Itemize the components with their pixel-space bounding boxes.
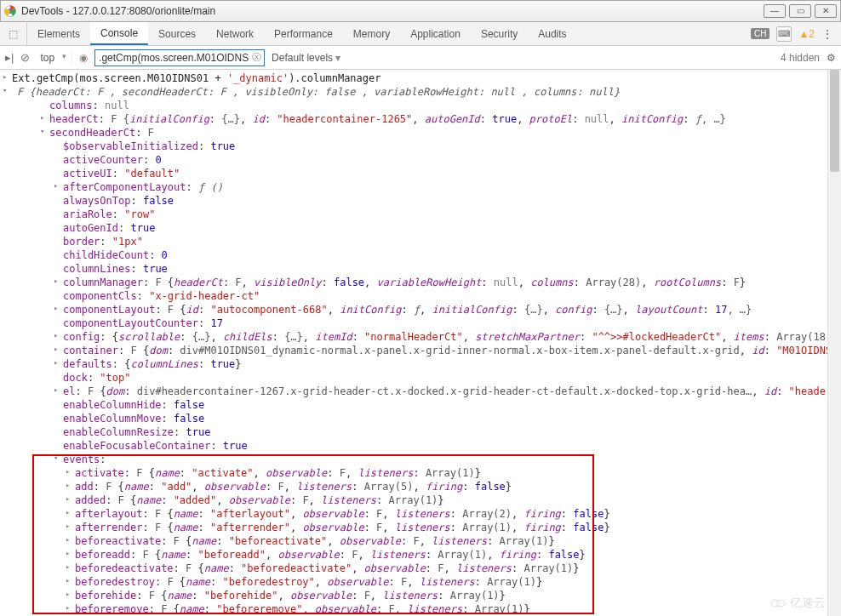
prop-columnlines[interactable]: columnLines: true [0, 262, 841, 276]
prop-el[interactable]: el: F {dom: div#headercontainer-1267.x-g… [0, 385, 841, 398]
tab-console[interactable]: Console [90, 22, 148, 45]
prop-secondheaderct[interactable]: secondHeaderCt: F [0, 126, 841, 140]
prop-container[interactable]: container: F {dom: div#M01OIDNS01_dynami… [0, 344, 841, 357]
scrollbar[interactable] [827, 70, 841, 616]
prop-activecounter[interactable]: activeCounter: 0 [0, 153, 841, 167]
prop-enablecolumnmove[interactable]: enableColumnMove: false [0, 412, 841, 425]
tab-network[interactable]: Network [206, 22, 264, 45]
event-afterrender[interactable]: afterrender: F {name: "afterrender", obs… [0, 521, 841, 534]
prop-componentcls[interactable]: componentCls: "x-grid-header-ct" [0, 289, 841, 303]
console-settings-icon[interactable]: ⚙ [827, 52, 836, 64]
tab-security[interactable]: Security [471, 22, 528, 45]
close-button[interactable]: ✕ [815, 4, 837, 18]
warning-count: 2 [809, 28, 815, 40]
prop-aftercomponentlayout[interactable]: afterComponentLayout: ƒ () [0, 180, 841, 194]
maximize-button[interactable]: ▭ [789, 4, 811, 18]
tab-application[interactable]: Application [400, 22, 471, 45]
event-beforeremove[interactable]: beforeremove: F {name: "beforeremove", o… [0, 602, 841, 614]
live-expression-icon[interactable]: ◉ [79, 52, 88, 64]
prop-componentlayoutcounter[interactable]: componentLayoutCounter: 17 [0, 317, 841, 330]
prop-border[interactable]: border: "1px" [0, 235, 841, 248]
event-beforeactivate[interactable]: beforeactivate: F {name: "beforeactivate… [0, 534, 841, 548]
event-added[interactable]: added: F {name: "added", observable: F, … [0, 493, 841, 507]
prop-ariarole[interactable]: ariaRole: "row" [0, 208, 841, 221]
prop-events[interactable]: events: [0, 453, 841, 466]
prop-enablefocusablecontainer[interactable]: enableFocusableContainer: true [0, 439, 841, 453]
prop-defaults[interactable]: defaults: {columnLines: true} [0, 357, 841, 371]
console-filterbar: ▸| ⊘ top ◉ ⓧ Default levels 4 hidden ⚙ [0, 46, 841, 70]
tab-elements[interactable]: Elements [27, 22, 90, 45]
clear-console-icon[interactable]: ⊘ [20, 51, 30, 64]
event-add[interactable]: add: F {name: "add", observable: F, list… [0, 480, 841, 493]
tab-audits[interactable]: Audits [528, 22, 576, 45]
event-beforedestroy[interactable]: beforedestroy: F {name: "beforedestroy",… [0, 575, 841, 589]
window-title: DevTools - 127.0.0.127:8080/orionlite/ma… [21, 5, 215, 17]
event-activate[interactable]: activate: F {name: "activate", observabl… [0, 466, 841, 480]
prop-config[interactable]: config: {scrollable: {…}, childEls: {…},… [0, 330, 841, 344]
console-command[interactable]: Ext.getCmp(mos.screen.M01OIDNS01 + '_dyn… [0, 71, 841, 85]
prop-observableinit[interactable]: $observableInitialized: true [0, 140, 841, 153]
inspect-element-icon[interactable]: ⬚ [0, 22, 27, 45]
prop-dock[interactable]: dock: "top" [0, 371, 841, 385]
clear-filter-icon[interactable]: ⓧ [252, 51, 261, 64]
event-beforedeactivate[interactable]: beforedeactivate: F {name: "beforedeacti… [0, 562, 841, 575]
device-toggle-icon[interactable]: ⌨ [776, 26, 792, 42]
log-levels-selector[interactable]: Default levels [272, 52, 340, 64]
sidebar-toggle-icon[interactable]: ▸| [5, 51, 14, 64]
window-controls: — ▭ ✕ [764, 4, 837, 18]
prop-childhidecount[interactable]: childHideCount: 0 [0, 248, 841, 262]
prop-alwaysontop[interactable]: alwaysOnTop: false [0, 194, 841, 208]
console-output[interactable]: Ext.getCmp(mos.screen.M01OIDNS01 + '_dyn… [0, 70, 841, 614]
prop-columnmanager[interactable]: columnManager: F {headerCt: F, visibleOn… [0, 276, 841, 289]
event-beforehide[interactable]: beforehide: F {name: "beforehide", obser… [0, 589, 841, 602]
prop-headerct[interactable]: headerCt: F {initialConfig: {…}, id: "he… [0, 112, 841, 126]
chrome-icon [4, 5, 16, 17]
prop-enablecolumnhide[interactable]: enableColumnHide: false [0, 398, 841, 412]
tab-memory[interactable]: Memory [343, 22, 400, 45]
hidden-messages[interactable]: 4 hidden [781, 52, 820, 64]
prop-columns[interactable]: columns: null [0, 99, 841, 112]
event-afterlayout[interactable]: afterlayout: F {name: "afterlayout", obs… [0, 507, 841, 521]
window-titlebar: DevTools - 127.0.0.127:8080/orionlite/ma… [0, 0, 841, 22]
result-root[interactable]: F {headerCt: F , secondHeaderCt: F , vis… [0, 85, 841, 99]
devtools-tabbar: ⬚ Elements Console Sources Network Perfo… [0, 22, 841, 46]
minimize-button[interactable]: — [764, 4, 786, 18]
prop-autogenid[interactable]: autoGenId: true [0, 221, 841, 235]
kebab-menu-icon[interactable]: ⋮ [821, 27, 834, 41]
tab-sources[interactable]: Sources [148, 22, 206, 45]
prop-enablecolumnresize[interactable]: enableColumnResize: true [0, 425, 841, 439]
prop-componentlayout[interactable]: componentLayout: F {id: "autocomponent-6… [0, 303, 841, 317]
chip-ch[interactable]: CH [751, 28, 769, 39]
tab-performance[interactable]: Performance [264, 22, 343, 45]
prop-activeui[interactable]: activeUI: "default" [0, 167, 841, 180]
scrollbar-thumb[interactable] [830, 70, 839, 172]
filter-input[interactable] [94, 49, 265, 66]
event-beforeadd[interactable]: beforeadd: F {name: "beforeadd", observa… [0, 548, 841, 562]
warning-icon[interactable]: ▲2 [798, 28, 815, 40]
context-selector[interactable]: top [37, 52, 72, 64]
